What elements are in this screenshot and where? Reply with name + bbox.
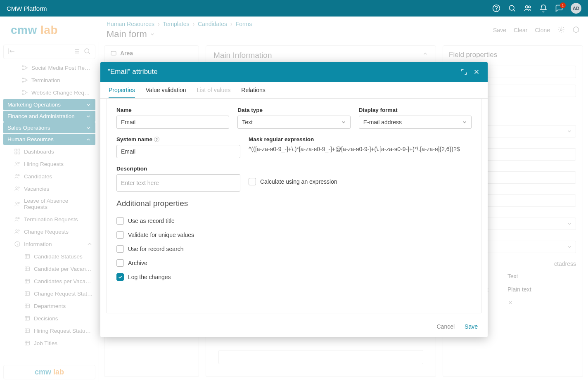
calculate-checkbox-row[interactable]: Calculate using an expression (249, 175, 472, 189)
topbar-actions: 1 AD (492, 3, 581, 14)
additional-title: Additional properties (116, 199, 472, 208)
tab-properties[interactable]: Properties (109, 87, 135, 98)
tab-value-validation[interactable]: Value validation (146, 87, 186, 98)
mask-value: ^(([a-zа-я0-9_-]+\.)*[a-zа-я0-9_-]+@[a-z… (249, 145, 472, 152)
check-record-title[interactable]: Use as record title (116, 214, 472, 228)
help-icon[interactable] (492, 4, 500, 12)
check-log[interactable]: Log the changes (116, 270, 472, 284)
modal-footer: Cancel Save (100, 319, 488, 337)
search-icon[interactable] (508, 4, 516, 12)
description-label: Description (116, 166, 240, 172)
topbar: CMW Platform 1 AD (0, 0, 588, 17)
app-brand: CMW Platform (7, 5, 47, 12)
avatar[interactable]: AD (571, 3, 581, 14)
check-unique[interactable]: Validate for unique values (116, 228, 472, 242)
description-input[interactable] (116, 174, 240, 192)
check-search[interactable]: Use for record search (116, 242, 472, 256)
check-archive[interactable]: Archive (116, 256, 472, 270)
cancel-button[interactable]: Cancel (436, 323, 455, 330)
svg-point-3 (526, 6, 528, 8)
svg-point-4 (529, 6, 531, 8)
close-icon[interactable] (473, 68, 480, 76)
modal-tabs: Properties Value validation List of valu… (100, 82, 488, 99)
datatype-label: Data type (237, 107, 350, 113)
users-icon[interactable] (524, 4, 532, 12)
save-button[interactable]: Save (465, 323, 478, 330)
tab-relations[interactable]: Relations (241, 87, 265, 98)
displayformat-select[interactable] (359, 116, 472, 129)
svg-point-1 (496, 10, 497, 10)
modal-body: Name Data type Display format Syste (106, 99, 482, 313)
chat-icon[interactable]: 1 (555, 4, 563, 12)
datatype-select[interactable] (237, 116, 350, 129)
displayformat-label: Display format (359, 107, 472, 113)
bell-icon[interactable] (539, 4, 548, 12)
name-label: Name (116, 107, 229, 113)
checkbox[interactable] (249, 178, 256, 185)
notif-badge: 1 (560, 2, 566, 8)
help-icon[interactable]: ? (154, 137, 159, 142)
modal-title: "Email" attribute (108, 68, 158, 76)
expand-icon[interactable] (460, 68, 468, 76)
modal-header: "Email" attribute (100, 62, 488, 82)
attribute-modal: "Email" attribute Properties Value valid… (100, 62, 488, 337)
svg-point-2 (509, 5, 514, 10)
systemname-input[interactable] (116, 145, 240, 158)
mask-label: Mask regular expression (249, 136, 472, 142)
name-input[interactable] (116, 116, 229, 129)
tab-list-of-values: List of values (197, 87, 231, 98)
systemname-label: System name? (116, 136, 240, 142)
